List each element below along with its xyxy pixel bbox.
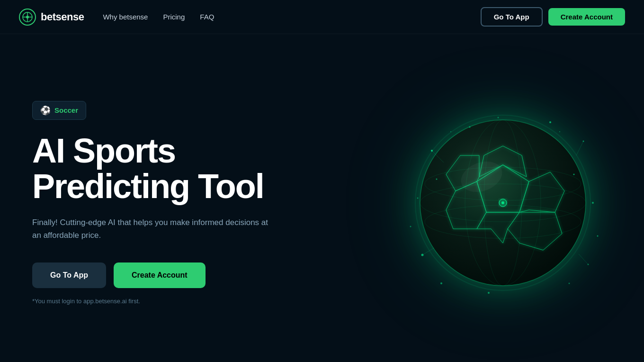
svg-point-27	[549, 121, 551, 123]
nav-links: Why betsense Pricing FAQ	[103, 13, 214, 21]
logo: betsense	[19, 9, 84, 26]
svg-point-26	[469, 127, 471, 128]
nav-left: betsense Why betsense Pricing FAQ	[19, 9, 214, 26]
svg-point-34	[573, 174, 575, 175]
nav-link-pricing[interactable]: Pricing	[163, 13, 185, 21]
nav-right: Go To App Create Account	[481, 7, 625, 27]
nav-link-why[interactable]: Why betsense	[103, 13, 148, 21]
soccer-badge: ⚽ Soccer	[32, 101, 86, 120]
svg-line-43	[579, 254, 588, 264]
nav-link-faq[interactable]: FAQ	[200, 13, 214, 21]
nav-item-pricing[interactable]: Pricing	[163, 13, 185, 21]
svg-point-30	[498, 117, 499, 118]
hero-section: ⚽ Soccer AI Sports Predicting Tool Final…	[0, 34, 644, 362]
hero-buttons: Go To App Create Account	[32, 262, 278, 288]
nav-create-account-button[interactable]: Create Account	[548, 8, 625, 26]
svg-point-29	[592, 202, 594, 204]
nav-goto-app-button[interactable]: Go To App	[481, 7, 543, 27]
soccer-ball-svg	[403, 103, 602, 302]
hero-note: *You must login to app.betsense.ai first…	[32, 298, 278, 305]
svg-point-21	[501, 201, 504, 204]
hero-content: ⚽ Soccer AI Sports Predicting Tool Final…	[32, 101, 278, 305]
svg-point-33	[440, 282, 442, 284]
svg-point-36	[450, 131, 451, 132]
brand-name: betsense	[41, 11, 84, 23]
hero-visual	[394, 80, 612, 326]
soccer-badge-label: Soccer	[54, 106, 78, 114]
svg-point-28	[417, 198, 419, 199]
nav-item-faq[interactable]: FAQ	[200, 13, 214, 21]
logo-icon	[19, 9, 36, 26]
svg-point-38	[597, 235, 599, 237]
svg-point-37	[559, 131, 560, 132]
hero-create-account-button[interactable]: Create Account	[114, 262, 206, 288]
svg-point-2	[26, 16, 29, 18]
svg-point-35	[436, 179, 438, 180]
soccer-badge-icon: ⚽	[40, 105, 51, 116]
hero-title-line1: AI Sports	[32, 132, 175, 170]
hero-title-line2: Predicting Tool	[32, 167, 264, 205]
hero-subtitle: Finally! Cutting-edge AI that helps you …	[32, 216, 278, 242]
svg-point-31	[488, 292, 490, 294]
hero-goto-app-button[interactable]: Go To App	[32, 262, 106, 288]
navbar: betsense Why betsense Pricing FAQ Go To …	[0, 0, 644, 34]
svg-point-32	[569, 283, 570, 284]
ball-container	[394, 80, 612, 326]
hero-title: AI Sports Predicting Tool	[32, 133, 278, 205]
svg-point-39	[410, 226, 411, 227]
nav-item-why[interactable]: Why betsense	[103, 13, 148, 21]
